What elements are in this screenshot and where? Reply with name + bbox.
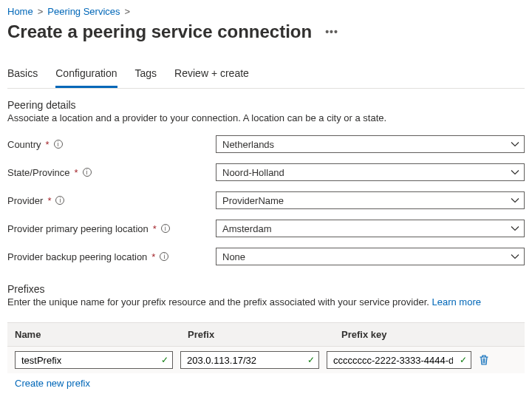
info-icon[interactable]: i xyxy=(55,196,64,205)
row-provider: Provider * i ProviderName xyxy=(7,191,525,209)
peering-section-title: Peering details xyxy=(7,99,525,111)
primary-location-select[interactable]: Amsterdam xyxy=(216,220,525,237)
info-icon[interactable]: i xyxy=(160,252,168,261)
prefixes-section-desc: Enter the unique name for your prefix re… xyxy=(7,296,525,308)
chevron-down-icon xyxy=(511,168,519,177)
row-primary-location: Provider primary peering location * i Am… xyxy=(7,220,525,237)
provider-value: ProviderName xyxy=(222,195,284,206)
breadcrumb: Home > Peering Services > xyxy=(7,6,525,17)
tab-tags[interactable]: Tags xyxy=(135,67,157,88)
info-icon[interactable]: i xyxy=(83,168,92,177)
prefix-value-input[interactable] xyxy=(180,351,319,369)
info-icon[interactable]: i xyxy=(54,140,63,149)
tab-basics[interactable]: Basics xyxy=(7,67,38,88)
backup-location-label: Provider backup peering location xyxy=(7,251,147,262)
primary-location-label: Provider primary peering location xyxy=(7,223,149,234)
provider-label: Provider xyxy=(7,195,43,206)
row-backup-location: Provider backup peering location * i Non… xyxy=(7,248,525,265)
state-value: Noord-Holland xyxy=(222,167,284,178)
prefixes-desc-text: Enter the unique name for your prefix re… xyxy=(7,296,432,308)
chevron-down-icon xyxy=(511,252,519,261)
page-title-row: Create a peering service connection ••• xyxy=(7,21,525,42)
create-new-prefix-link[interactable]: Create new prefix xyxy=(15,378,90,389)
country-label: Country xyxy=(7,139,41,150)
required-asterisk: * xyxy=(151,251,155,262)
breadcrumb-separator: > xyxy=(38,6,44,17)
prefix-row: ✓ ✓ ✓ xyxy=(7,347,525,373)
primary-location-value: Amsterdam xyxy=(222,223,271,234)
required-asterisk: * xyxy=(46,139,50,150)
breadcrumb-separator: > xyxy=(125,6,131,17)
learn-more-link[interactable]: Learn more xyxy=(432,296,480,308)
backup-location-value: None xyxy=(222,251,245,262)
delete-icon[interactable] xyxy=(479,354,489,366)
info-icon[interactable]: i xyxy=(161,224,170,233)
page-title: Create a peering service connection xyxy=(7,21,312,42)
col-header-key: Prefix key xyxy=(341,329,517,340)
tab-review-create[interactable]: Review + create xyxy=(174,67,249,88)
chevron-down-icon xyxy=(511,224,519,233)
prefix-name-input[interactable] xyxy=(15,351,173,369)
chevron-down-icon xyxy=(511,140,519,149)
required-asterisk: * xyxy=(47,195,51,206)
prefixes-section-title: Prefixes xyxy=(7,283,525,295)
required-asterisk: * xyxy=(153,223,157,234)
breadcrumb-peering-services[interactable]: Peering Services xyxy=(47,6,120,17)
state-label: State/Province xyxy=(7,167,70,178)
row-state: State/Province * i Noord-Holland xyxy=(7,163,525,181)
country-select[interactable]: Netherlands xyxy=(216,135,525,153)
prefix-table: Name Prefix Prefix key ✓ ✓ ✓ xyxy=(7,322,525,373)
country-value: Netherlands xyxy=(222,139,274,150)
required-asterisk: * xyxy=(75,167,78,178)
col-header-prefix: Prefix xyxy=(188,329,341,340)
breadcrumb-home[interactable]: Home xyxy=(7,6,33,17)
col-header-name: Name xyxy=(15,329,188,340)
prefix-table-header: Name Prefix Prefix key xyxy=(7,322,525,347)
provider-select[interactable]: ProviderName xyxy=(216,191,525,209)
peering-section-desc: Associate a location and a provider to y… xyxy=(7,112,525,123)
row-country: Country * i Netherlands xyxy=(7,135,525,153)
more-actions-icon[interactable]: ••• xyxy=(325,26,338,38)
backup-location-select[interactable]: None xyxy=(216,248,525,265)
chevron-down-icon xyxy=(511,196,519,205)
state-select[interactable]: Noord-Holland xyxy=(216,163,525,181)
tab-configuration[interactable]: Configuration xyxy=(55,67,117,88)
prefix-key-input[interactable] xyxy=(327,351,471,369)
tabs: Basics Configuration Tags Review + creat… xyxy=(7,67,525,89)
